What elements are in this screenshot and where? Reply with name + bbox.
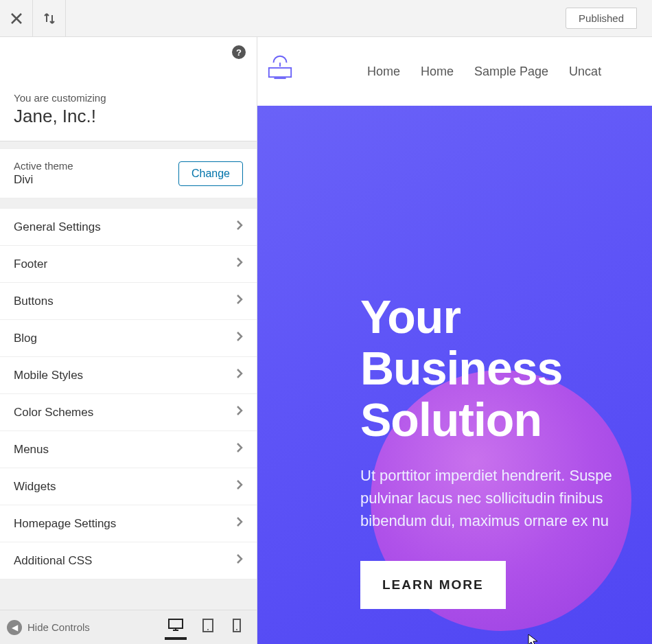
theme-label: Active theme	[14, 160, 73, 172]
menu-item-label: Color Schemes	[14, 406, 93, 419]
chevron-right-icon	[236, 331, 243, 345]
site-logo-icon	[264, 52, 296, 80]
status-area: Published	[66, 8, 652, 29]
help-icon[interactable]: ?	[232, 45, 246, 59]
active-theme-row: Active theme Divi Change	[0, 148, 257, 198]
collapse-icon: ◀	[7, 620, 22, 635]
svg-point-2	[207, 629, 209, 630]
hero-title: Your BusinessSolution	[360, 291, 652, 445]
menu-item-label: Additional CSS	[14, 554, 92, 568]
menu-item-blog[interactable]: Blog	[0, 320, 257, 357]
chevron-right-icon	[236, 368, 243, 382]
customizer-top-bar: Published	[0, 0, 652, 37]
swap-button[interactable]	[33, 0, 66, 37]
menu-item-color-schemes[interactable]: Color Schemes	[0, 394, 257, 431]
hero-text: Ut porttitor imperdiet hendrerit. Suspe …	[360, 464, 652, 532]
site-header: Home Home Sample Page Uncat	[257, 37, 652, 106]
menu-item-general-settings[interactable]: General Settings	[0, 209, 257, 246]
chevron-right-icon	[236, 257, 243, 271]
sidebar-footer: ◀ Hide Controls	[0, 610, 257, 644]
menu-item-widgets[interactable]: Widgets	[0, 468, 257, 505]
menu-item-label: Buttons	[14, 295, 54, 308]
svg-point-4	[236, 629, 237, 630]
site-title: Jane, Inc.!	[14, 106, 243, 127]
chevron-right-icon	[236, 294, 243, 308]
menu-item-label: Homepage Settings	[14, 517, 116, 531]
menu-item-label: Mobile Styles	[14, 369, 83, 382]
site-preview: Home Home Sample Page Uncat Your Busines…	[257, 37, 652, 644]
menu-item-label: General Settings	[14, 220, 101, 234]
nav-link[interactable]: Home	[367, 65, 400, 79]
chevron-right-icon	[236, 516, 243, 531]
close-button[interactable]	[0, 0, 33, 37]
nav-link[interactable]: Sample Page	[474, 65, 548, 79]
menu-item-label: Footer	[14, 257, 47, 271]
svg-rect-5	[269, 68, 291, 77]
hide-controls-button[interactable]: ◀ Hide Controls	[7, 620, 165, 635]
menu-item-label: Widgets	[14, 480, 56, 494]
theme-name: Divi	[14, 173, 73, 187]
chevron-right-icon	[236, 553, 243, 568]
nav-link[interactable]: Uncat	[569, 65, 601, 79]
chevron-right-icon	[236, 479, 243, 494]
chevron-right-icon	[236, 405, 243, 419]
menu-item-additional-css[interactable]: Additional CSS	[0, 542, 257, 579]
chevron-right-icon	[236, 220, 243, 234]
publish-status-button[interactable]: Published	[566, 8, 637, 29]
menu-item-homepage-settings[interactable]: Homepage Settings	[0, 505, 257, 542]
hide-controls-label: Hide Controls	[27, 621, 90, 633]
device-desktop-button[interactable]	[165, 615, 187, 640]
customizer-sidebar: ? You are customizing Jane, Inc.! Active…	[0, 37, 257, 644]
settings-menu: General SettingsFooterButtonsBlogMobile …	[0, 208, 257, 579]
chevron-right-icon	[236, 442, 243, 457]
menu-item-label: Menus	[14, 443, 49, 457]
menu-item-label: Blog	[14, 332, 37, 345]
svg-rect-0	[169, 619, 183, 628]
learn-more-button[interactable]: LEARN MORE	[360, 561, 506, 609]
mouse-cursor-icon	[528, 634, 539, 644]
pane-header: ? You are customizing Jane, Inc.!	[0, 37, 257, 141]
menu-item-footer[interactable]: Footer	[0, 246, 257, 283]
change-theme-button[interactable]: Change	[178, 161, 243, 186]
device-mobile-button[interactable]	[229, 615, 244, 640]
hero-section: Your BusinessSolution Ut porttitor imper…	[257, 106, 652, 644]
menu-item-menus[interactable]: Menus	[0, 431, 257, 468]
nav-link[interactable]: Home	[421, 65, 454, 79]
menu-item-buttons[interactable]: Buttons	[0, 283, 257, 320]
header-subtitle: You are customizing	[14, 92, 243, 104]
menu-item-mobile-styles[interactable]: Mobile Styles	[0, 357, 257, 394]
device-tablet-button[interactable]	[199, 615, 217, 640]
device-switcher	[165, 615, 244, 640]
